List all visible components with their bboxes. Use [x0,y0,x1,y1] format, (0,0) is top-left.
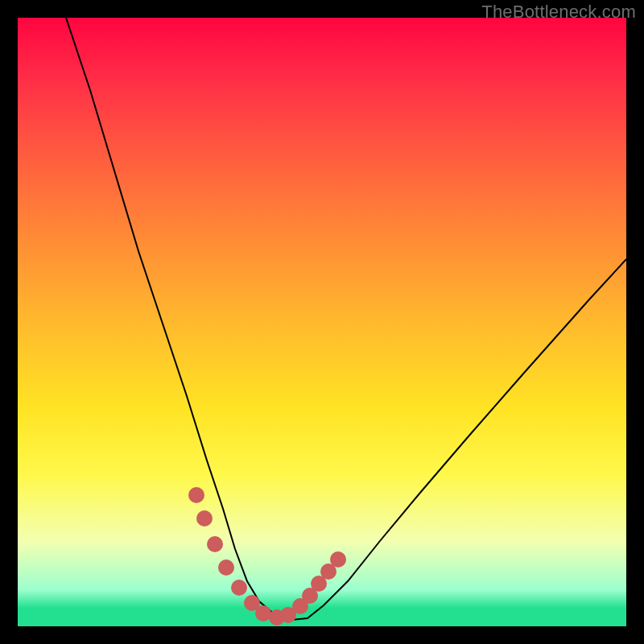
marker-dot [255,605,271,621]
marker-dot [231,580,247,596]
marker-dot [330,551,346,568]
marker-dot [196,510,213,526]
marker-dot [188,487,204,503]
chart-svg [18,18,626,626]
marker-cluster-left [188,487,271,621]
bottleneck-curve [66,18,626,620]
marker-cluster-right [269,551,346,625]
marker-dot [218,559,234,576]
marker-dot [207,536,223,552]
chart-plot-area [18,18,626,626]
